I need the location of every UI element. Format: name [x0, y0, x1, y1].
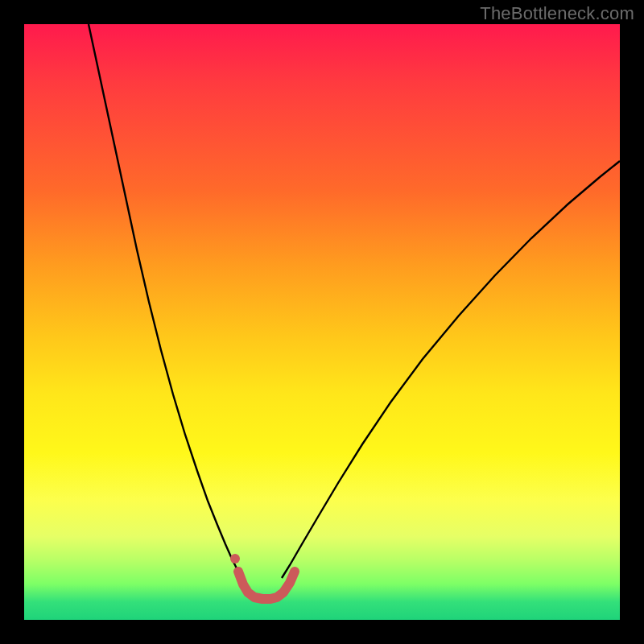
marker-dot — [230, 554, 240, 564]
curve-right — [282, 161, 620, 578]
chart-frame: TheBottleneck.com — [0, 0, 644, 644]
watermark-text: TheBottleneck.com — [480, 3, 634, 24]
marker-segment — [238, 572, 295, 599]
chart-svg — [24, 24, 620, 620]
plot-area — [24, 24, 620, 620]
curve-left — [89, 24, 242, 578]
